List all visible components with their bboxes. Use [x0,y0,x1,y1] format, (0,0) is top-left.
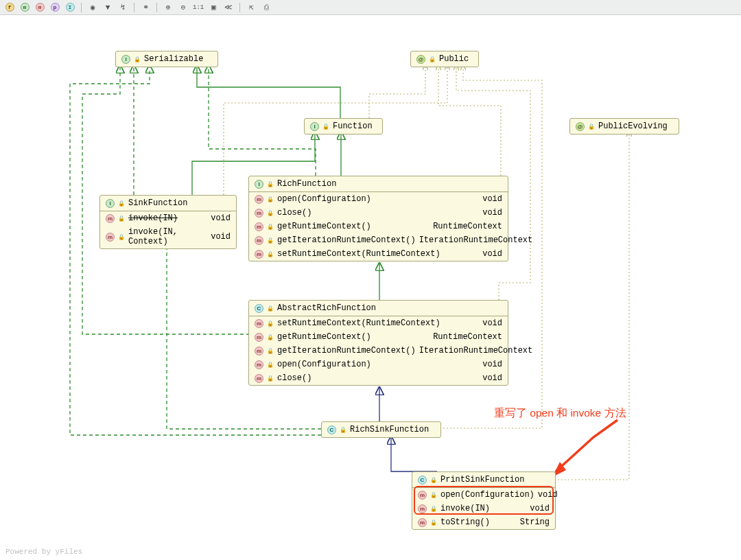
title-text: RichSinkFunction [350,425,429,434]
lock-icon: 🔒 [267,375,274,382]
method-icon: m [106,233,115,242]
separator [81,3,82,12]
interface-icon: I [255,180,263,189]
badge-i[interactable]: I [64,2,75,13]
print-icon[interactable]: ⎙ [261,2,272,13]
node-body: m🔒open(Configuration)void m🔒close()void … [249,192,508,261]
node-publicevolving[interactable]: @ 🔒 PublicEvolving [569,118,679,135]
node-sinkfunction[interactable]: I 🔒 SinkFunction m 🔒 invoke(IN) void m 🔒… [99,195,237,249]
badge-p[interactable]: p [49,2,60,13]
annotation-icon: @ [416,55,425,64]
filter-icon[interactable]: ▼ [102,2,113,13]
node-body: m🔒setRuntimeContext(RuntimeContext)void … [249,316,508,385]
title-text: Function [333,121,373,131]
interface-icon: I [121,55,130,64]
lock-icon: 🔒 [267,305,274,312]
method-row[interactable]: m🔒getRuntimeContext()RuntimeContext [249,330,508,344]
method-row[interactable]: m 🔒 invoke(IN, Context) void [100,225,236,248]
method-sig: invoke(IN) [128,213,207,223]
share-icon[interactable]: ≪ [223,2,234,13]
interface-icon: I [310,122,319,131]
fit-icon[interactable]: ▣ [208,2,219,13]
method-row[interactable]: m🔒open(Configuration)void [249,192,508,206]
method-row[interactable]: m🔒getIterationRuntimeContext()IterationR… [249,344,508,358]
eye-icon[interactable]: ◉ [87,2,98,13]
method-row[interactable]: m🔒toString()String [412,515,555,529]
lock-icon: 🔒 [118,234,125,240]
method-icon: m [255,209,263,218]
lock-icon: 🔒 [267,181,274,187]
method-icon: m [255,236,263,245]
method-row[interactable]: m🔒getRuntimeContext()RuntimeContext [249,220,508,233]
method-icon: m [418,518,427,527]
badge-f[interactable]: f [4,2,15,13]
lock-icon: 🔒 [430,520,437,526]
lock-icon: 🔒 [134,56,141,62]
node-richfunction[interactable]: I 🔒 RichFunction m🔒open(Configuration)vo… [248,176,508,261]
node-serializable[interactable]: I 🔒 Serializable [115,51,218,67]
title-text: SinkFunction [128,198,187,208]
zoom-in-icon[interactable]: ⊕ [163,2,174,13]
node-public[interactable]: @ 🔒 Public [410,51,479,67]
lock-icon: 🔒 [267,196,274,202]
lock-icon: 🔒 [267,334,274,340]
node-title: C 🔒 RichSinkFunction [322,422,440,437]
method-ret: void [211,232,231,242]
node-body: m 🔒 invoke(IN) void m 🔒 invoke(IN, Conte… [100,211,236,248]
export-icon[interactable]: ⇱ [246,2,257,13]
method-row[interactable]: m🔒setRuntimeContext(RuntimeContext)void [249,247,508,261]
node-title: I 🔒 SinkFunction [100,196,236,211]
lock-icon: 🔒 [588,124,595,130]
edges-layer [0,15,741,560]
title-text: PrintSinkFunction [440,475,524,485]
diagram-canvas[interactable]: I 🔒 Serializable @ 🔒 Public I 🔒 Function… [0,15,741,560]
lock-icon: 🔒 [322,124,329,130]
method-icon: m [255,347,263,355]
link-icon[interactable]: ⚭ [140,2,151,13]
node-title: C 🔒 AbstractRichFunction [249,301,508,316]
node-abstractrichfunction[interactable]: C 🔒 AbstractRichFunction m🔒setRuntimeCon… [248,300,508,386]
footer-text: Powered by yFiles [5,548,82,556]
badge-m-pink[interactable]: m [34,2,45,13]
separator [156,3,157,12]
title-text: AbstractRichFunction [277,303,376,313]
class-icon: C [418,476,427,485]
method-icon: m [255,360,263,369]
node-function[interactable]: I 🔒 Function [304,118,383,135]
separator [239,3,240,12]
method-sig: invoke(IN, Context) [128,227,207,246]
lock-icon: 🔒 [267,348,274,354]
node-title: @ 🔒 PublicEvolving [570,119,679,134]
method-row[interactable]: m 🔒 invoke(IN) void [100,211,236,225]
lock-icon: 🔒 [429,56,436,62]
toolbar: f m m p I ◉ ▼ ↯ ⚭ ⊕ ⊖ 1:1 ▣ ≪ ⇱ ⎙ [0,0,741,15]
method-row[interactable]: m🔒getIterationRuntimeContext()IterationR… [249,233,508,247]
node-title: I 🔒 Serializable [116,51,217,67]
method-icon: m [255,195,263,204]
lock-icon: 🔒 [430,477,437,483]
node-richsinkfunction[interactable]: C 🔒 RichSinkFunction [321,421,441,438]
zoom-out-icon[interactable]: ⊖ [178,2,189,13]
method-icon: m [255,374,263,383]
node-title: @ 🔒 Public [411,51,478,67]
title-text: PublicEvolving [598,121,668,131]
method-row[interactable]: m🔒close()void [249,371,508,385]
method-row[interactable]: m🔒setRuntimeContext(RuntimeContext)void [249,316,508,330]
method-ret: void [211,213,231,223]
lock-icon: 🔒 [267,237,274,244]
route-icon[interactable]: ↯ [117,2,128,13]
title-text: RichFunction [277,179,336,189]
method-row[interactable]: m🔒close()void [249,206,508,220]
lock-icon: 🔒 [267,251,274,257]
class-icon: C [327,425,336,434]
badge-m-green[interactable]: m [19,2,30,13]
lock-icon: 🔒 [267,224,274,230]
class-icon: C [255,304,263,313]
method-icon: m [106,214,115,223]
zoom-reset[interactable]: 1:1 [193,2,204,13]
method-icon: m [255,222,263,231]
annotation-icon: @ [576,122,585,131]
method-row[interactable]: m🔒open(Configuration)void [249,358,508,371]
separator [134,3,134,12]
lock-icon: 🔒 [267,320,274,327]
